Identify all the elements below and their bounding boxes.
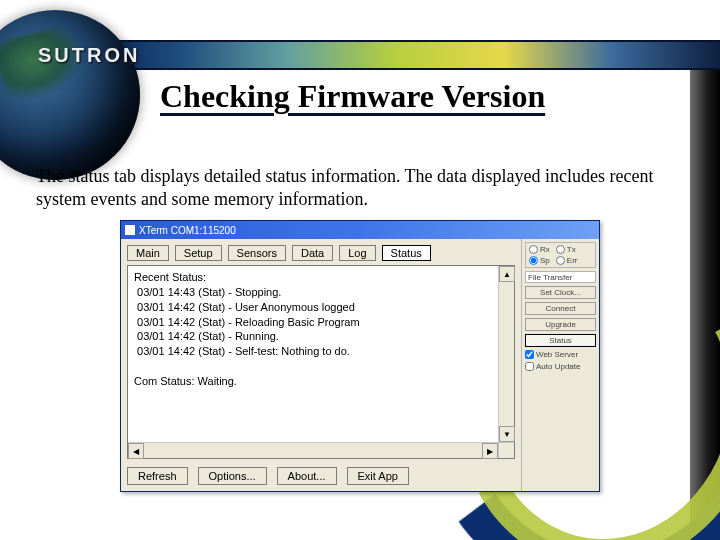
tx-indicator[interactable]: Tx [556,245,576,254]
brand-logo: SUTRON [38,44,140,67]
tabs-row: Main Setup Sensors Data Log Status [127,245,515,261]
com-status: Com Status: Waiting. [134,375,237,387]
status-header: Recent Status: [134,271,206,283]
scroll-right-icon[interactable]: ▶ [482,443,498,459]
tab-data[interactable]: Data [292,245,333,261]
tab-sensors[interactable]: Sensors [228,245,286,261]
status-event-2: 03/01 14:42 (Stat) - Reloading Basic Pro… [137,316,360,328]
auto-update-check[interactable]: Auto Update [525,362,596,371]
tab-main[interactable]: Main [127,245,169,261]
scrollbar-corner [498,442,514,458]
indicator-group: Rx Tx Sp Err [525,242,596,268]
upgrade-button[interactable]: Upgrade [525,318,596,331]
auto-update-label: Auto Update [536,362,580,371]
slide-title: Checking Firmware Version [160,78,545,115]
window-titlebar[interactable]: XTerm COM1:115200 [121,221,599,239]
file-transfer-field[interactable]: File Transfer [525,271,596,283]
about-button[interactable]: About... [277,467,337,485]
web-server-checkbox[interactable] [525,350,534,359]
horizontal-scrollbar[interactable]: ◀ ▶ [128,442,498,458]
xterm-window: XTerm COM1:115200 Main Setup Sensors Dat… [120,220,600,492]
web-server-check[interactable]: Web Server [525,350,596,359]
window-main-area: Main Setup Sensors Data Log Status Recen… [121,239,521,491]
err-label: Err [567,256,578,265]
options-button[interactable]: Options... [198,467,267,485]
status-text-content[interactable]: Recent Status: 03/01 14:43 (Stat) - Stop… [128,266,514,458]
web-server-label: Web Server [536,350,578,359]
status-textbox: Recent Status: 03/01 14:43 (Stat) - Stop… [127,265,515,459]
vertical-scrollbar[interactable]: ▲ ▼ [498,266,514,442]
scroll-down-icon[interactable]: ▼ [499,426,515,442]
refresh-button[interactable]: Refresh [127,467,188,485]
status-event-3: 03/01 14:42 (Stat) - Running. [137,330,279,342]
status-event-1: 03/01 14:42 (Stat) - User Anonymous logg… [137,301,355,313]
slide-body-text: The status tab displays detailed status … [36,165,676,210]
set-clock-button[interactable]: Set Clock... [525,286,596,299]
app-icon [125,225,135,235]
status-event-0: 03/01 14:43 (Stat) - Stopping. [137,286,281,298]
connection-side-panel: Rx Tx Sp Err File Transfer Set Clock... … [521,239,599,491]
status-event-4: 03/01 14:42 (Stat) - Self-test: Nothing … [137,345,350,357]
err-indicator[interactable]: Err [556,256,578,265]
slide-frame: SUTRON Checking Firmware Version The sta… [0,0,720,540]
exit-app-button[interactable]: Exit App [347,467,409,485]
tx-label: Tx [567,245,576,254]
window-body: Main Setup Sensors Data Log Status Recen… [121,239,599,491]
rx-indicator[interactable]: Rx [529,245,550,254]
status-button[interactable]: Status [525,334,596,347]
bottom-button-row: Refresh Options... About... Exit App [127,463,515,485]
window-title: XTerm COM1:115200 [139,225,236,236]
rx-label: Rx [540,245,550,254]
sp-label: Sp [540,256,550,265]
auto-update-checkbox[interactable] [525,362,534,371]
scroll-left-icon[interactable]: ◀ [128,443,144,459]
sp-indicator[interactable]: Sp [529,256,550,265]
scroll-up-icon[interactable]: ▲ [499,266,515,282]
connect-button[interactable]: Connect [525,302,596,315]
tab-log[interactable]: Log [339,245,375,261]
tab-setup[interactable]: Setup [175,245,222,261]
tab-status[interactable]: Status [382,245,431,261]
